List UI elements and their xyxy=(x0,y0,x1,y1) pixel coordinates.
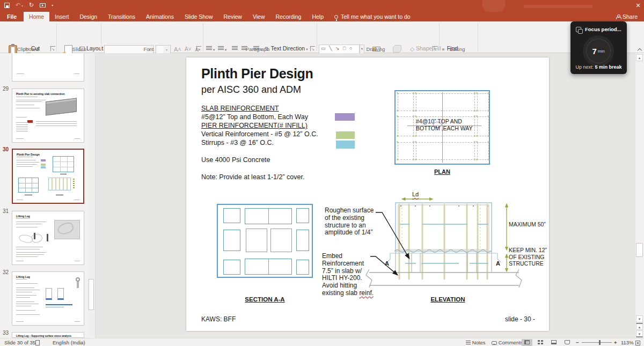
tab-slideshow[interactable]: Slide Show xyxy=(179,12,218,21)
body-line[interactable]: PIER REINFORCEMENT(# INFILL) xyxy=(201,122,308,129)
elevation-max-label[interactable]: MAXIMUM 50” xyxy=(509,221,546,228)
tab-view[interactable]: View xyxy=(247,12,270,21)
normal-view-button[interactable] xyxy=(522,339,532,346)
slide-32-number: 32 xyxy=(3,269,9,275)
slide-30-thumbnail[interactable]: Plinth Pier Design xyxy=(12,149,84,204)
tab-insert[interactable]: Insert xyxy=(49,12,74,21)
slide-28-thumbnail[interactable] xyxy=(12,53,84,82)
thumbnail-preview: Lifting Lug xyxy=(12,272,84,325)
scroll-up-button[interactable]: ▲ xyxy=(636,54,643,61)
thumbnail-panel-scrollbar[interactable] xyxy=(87,53,95,338)
close-window-button[interactable]: ✕ xyxy=(632,0,644,11)
slide-33-thumbnail[interactable]: Lifting Lug – Supporting surface stress … xyxy=(12,332,84,338)
status-bar: Slide 30 of 35 English (India) Notes Com… xyxy=(0,338,644,346)
body-line[interactable]: SLAB REINFORCEMENT xyxy=(201,105,279,112)
comments-button[interactable]: Comments xyxy=(492,340,523,345)
section-cut-a-left: A xyxy=(385,260,389,267)
slide-30[interactable]: Plinth Pier Design per AISC 360 and ADM … xyxy=(186,57,549,331)
slide-title[interactable]: Plinth Pier Design xyxy=(201,66,313,82)
customize-qat-icon[interactable]: ▾ xyxy=(52,3,53,7)
slide-footer-left[interactable]: KAWS: BFF xyxy=(201,315,236,323)
slide-29-thumbnail[interactable]: Plinth Pier to existing slab connection xyxy=(12,89,84,143)
roughen-annotation[interactable]: Roughen surface of the existing structur… xyxy=(325,207,384,237)
rebar-dot xyxy=(415,92,416,94)
elevation-ld-label[interactable]: Ld xyxy=(412,191,419,198)
tab-help[interactable]: Help xyxy=(306,12,329,21)
tab-review[interactable]: Review xyxy=(218,12,247,21)
rebar-dot xyxy=(476,115,478,117)
spellcheck-icon[interactable] xyxy=(35,340,40,345)
focus-timer-dial: 7min xyxy=(583,35,614,67)
section-drawing[interactable] xyxy=(217,204,313,278)
notes-button[interactable]: Notes xyxy=(466,340,485,345)
rebar-dot xyxy=(488,141,489,143)
tab-transitions[interactable]: Transitions xyxy=(103,12,141,21)
slide-32-thumbnail[interactable]: Lifting Lug xyxy=(12,271,84,326)
previous-slide-button[interactable]: ▲ xyxy=(636,323,643,330)
next-slide-button[interactable]: ▼ xyxy=(636,330,643,337)
slide-counter[interactable]: Slide 30 of 35 xyxy=(4,340,35,345)
section-label[interactable]: SECTION A-A xyxy=(217,296,313,303)
zoom-slider-thumb[interactable] xyxy=(599,340,601,345)
section-cell xyxy=(245,208,292,224)
plan-label[interactable]: PLAN xyxy=(394,168,490,175)
plan-drawing[interactable]: #4@10” TOP AND BOTTOM ,EACH WAY xyxy=(394,90,490,165)
body-line[interactable]: #5@12” Top and Bottom, Each Way xyxy=(201,113,308,121)
reading-view-button[interactable] xyxy=(548,339,559,346)
rebar-dot xyxy=(474,159,475,160)
elevation-keep-label[interactable]: KEEP MIN. 12” OF EXISTING STRUCTURE xyxy=(509,247,547,267)
swatch-stirrups[interactable] xyxy=(336,141,355,149)
body-line[interactable]: Use 4000 Psi Concrete xyxy=(201,156,270,164)
zoom-slider-track[interactable] xyxy=(582,342,612,343)
start-slideshow-icon[interactable] xyxy=(40,3,46,8)
zoom-out-button[interactable]: − xyxy=(576,340,579,345)
tab-home[interactable]: Home xyxy=(24,12,49,21)
undo-icon[interactable]: ↶ ▾ xyxy=(16,2,23,9)
bullets-button[interactable]: ▾ xyxy=(206,46,215,52)
scrollbar-thumb[interactable] xyxy=(636,243,643,257)
save-icon[interactable] xyxy=(4,3,10,8)
plan-annotation[interactable]: #4@10” TOP AND BOTTOM ,EACH WAY xyxy=(416,118,472,132)
tab-file[interactable]: File xyxy=(0,12,24,21)
swatch-vertical[interactable] xyxy=(336,131,355,139)
vertical-scrollbar[interactable]: ▲ ▼ ▲ ▼ xyxy=(635,53,644,338)
language-indicator[interactable]: English (India) xyxy=(53,340,85,345)
embed-annotation[interactable]: Embed Reinforcement 7.5” in slab w/ HILT… xyxy=(322,253,376,297)
elevation-label[interactable]: ELEVATION xyxy=(345,296,549,303)
slide-31-number: 31 xyxy=(3,208,9,214)
slide-subtitle[interactable]: per AISC 360 and ADM xyxy=(201,84,301,95)
paragraph-dialog-launcher[interactable]: ↘ xyxy=(310,46,315,51)
slide-sorter-button[interactable] xyxy=(535,339,546,346)
rebar-dot xyxy=(413,159,414,160)
zoom-in-button[interactable]: + xyxy=(614,340,617,345)
misspelled-word: reinf. xyxy=(359,289,374,297)
plan-cell xyxy=(416,142,475,160)
slide-31-thumbnail[interactable]: Lifting Lug xyxy=(12,211,84,265)
scroll-down-button[interactable]: ▼ xyxy=(636,315,643,322)
body-line[interactable]: Vertical Reinforcement - #5 @ 12” O.C. xyxy=(201,130,318,138)
rebar-dot xyxy=(474,141,475,143)
rebar-dot xyxy=(413,115,414,117)
rebar-dot xyxy=(397,115,398,117)
tab-design[interactable]: Design xyxy=(74,12,103,21)
share-button[interactable]: Share xyxy=(616,12,638,21)
rebar-dot xyxy=(474,92,475,94)
focus-period-overlay[interactable]: Focus period... 7min Up next: 5 min brea… xyxy=(570,21,627,74)
body-line[interactable]: Note: Provide at least 1-1/2” cover. xyxy=(201,173,304,181)
tab-animations[interactable]: Animations xyxy=(141,12,179,21)
scrollbar-thumb[interactable] xyxy=(89,279,94,310)
drawing-dialog-launcher[interactable]: ↘ xyxy=(433,46,437,51)
font-dialog-launcher[interactable]: ↘ xyxy=(196,46,201,51)
tab-recording[interactable]: Recording xyxy=(270,12,307,21)
slide-footer-right[interactable]: slide - 30 - xyxy=(475,315,535,323)
section-cell xyxy=(296,230,309,251)
thumbnail-preview: Lifting Lug xyxy=(12,211,84,264)
swatch-slab[interactable] xyxy=(335,113,355,121)
fit-to-window-icon[interactable] xyxy=(635,340,640,345)
tell-me-box[interactable]: Tell me what you want to do xyxy=(329,12,416,21)
clipboard-dialog-launcher[interactable]: ↘ xyxy=(50,46,55,51)
slideshow-view-button[interactable] xyxy=(562,339,573,346)
zoom-level[interactable]: 113% xyxy=(621,340,634,345)
body-line[interactable]: Stirrups - #3 @ 16” O.C. xyxy=(201,139,274,146)
redo-icon[interactable]: ↻ xyxy=(29,2,34,9)
